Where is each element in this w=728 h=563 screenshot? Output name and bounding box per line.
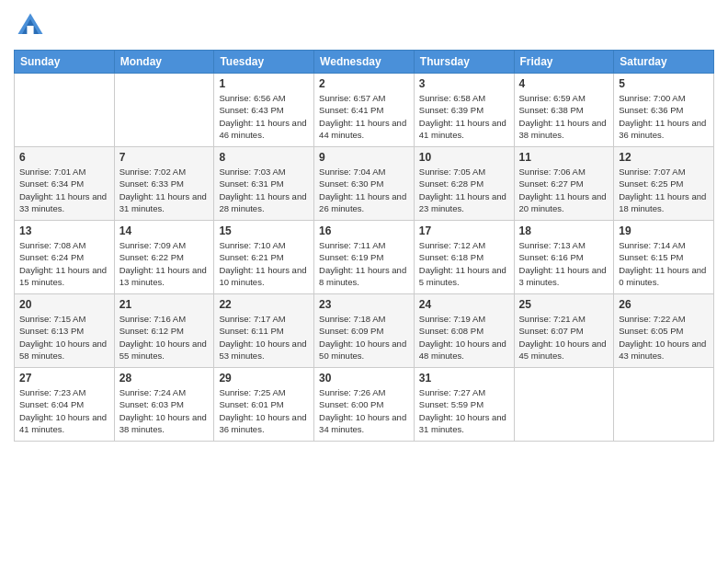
calendar-table: SundayMondayTuesdayWednesdayThursdayFrid… (14, 50, 714, 442)
calendar-cell: 5Sunrise: 7:00 AMSunset: 6:36 PMDaylight… (614, 74, 714, 147)
calendar-cell: 26Sunrise: 7:22 AMSunset: 6:05 PMDayligh… (614, 294, 714, 368)
day-number: 17 (419, 224, 509, 237)
day-info: Sunrise: 7:08 AMSunset: 6:24 PMDaylight:… (19, 239, 109, 288)
day-info: Sunrise: 7:18 AMSunset: 6:09 PMDaylight:… (319, 313, 409, 362)
day-number: 9 (319, 151, 409, 164)
header (14, 9, 714, 42)
calendar-cell: 30Sunrise: 7:26 AMSunset: 6:00 PMDayligh… (314, 368, 415, 442)
day-info: Sunrise: 7:16 AMSunset: 6:12 PMDaylight:… (119, 313, 210, 362)
day-info: Sunrise: 7:04 AMSunset: 6:30 PMDaylight:… (319, 166, 409, 214)
calendar-week-2: 6Sunrise: 7:01 AMSunset: 6:34 PMDaylight… (15, 147, 714, 221)
day-number: 22 (219, 298, 309, 311)
calendar-header-row: SundayMondayTuesdayWednesdayThursdayFrid… (15, 51, 714, 74)
day-number: 13 (19, 224, 109, 237)
day-number: 14 (119, 224, 210, 237)
day-number: 20 (19, 298, 109, 311)
day-header-tuesday: Tuesday (214, 51, 314, 74)
calendar-cell: 24Sunrise: 7:19 AMSunset: 6:08 PMDayligh… (414, 294, 514, 368)
day-number: 2 (319, 77, 409, 90)
logo (14, 9, 51, 42)
calendar-cell: 25Sunrise: 7:21 AMSunset: 6:07 PMDayligh… (514, 294, 614, 368)
calendar-cell: 12Sunrise: 7:07 AMSunset: 6:25 PMDayligh… (614, 147, 714, 221)
day-info: Sunrise: 7:21 AMSunset: 6:07 PMDaylight:… (519, 313, 609, 362)
day-info: Sunrise: 7:02 AMSunset: 6:33 PMDaylight:… (119, 166, 210, 214)
day-info: Sunrise: 7:23 AMSunset: 6:04 PMDaylight:… (19, 386, 109, 435)
day-number: 3 (419, 77, 509, 90)
calendar-cell: 4Sunrise: 6:59 AMSunset: 6:38 PMDaylight… (514, 74, 614, 147)
day-number: 8 (219, 151, 309, 164)
day-number: 7 (119, 151, 210, 164)
svg-rect-2 (27, 26, 33, 34)
day-info: Sunrise: 7:27 AMSunset: 5:59 PMDaylight:… (419, 386, 509, 435)
calendar-cell: 18Sunrise: 7:13 AMSunset: 6:16 PMDayligh… (514, 221, 614, 294)
calendar-cell: 9Sunrise: 7:04 AMSunset: 6:30 PMDaylight… (314, 147, 415, 221)
calendar-cell (514, 368, 614, 442)
day-number: 24 (419, 298, 509, 311)
day-info: Sunrise: 7:13 AMSunset: 6:16 PMDaylight:… (519, 239, 609, 288)
calendar-cell: 31Sunrise: 7:27 AMSunset: 5:59 PMDayligh… (414, 368, 514, 442)
day-header-thursday: Thursday (414, 51, 514, 74)
day-header-monday: Monday (114, 51, 214, 74)
day-header-wednesday: Wednesday (314, 51, 415, 74)
day-info: Sunrise: 7:19 AMSunset: 6:08 PMDaylight:… (419, 313, 509, 362)
day-header-sunday: Sunday (15, 51, 115, 74)
calendar-cell: 29Sunrise: 7:25 AMSunset: 6:01 PMDayligh… (214, 368, 314, 442)
calendar-cell: 23Sunrise: 7:18 AMSunset: 6:09 PMDayligh… (314, 294, 415, 368)
calendar-cell: 2Sunrise: 6:57 AMSunset: 6:41 PMDaylight… (314, 74, 415, 147)
calendar-cell: 27Sunrise: 7:23 AMSunset: 6:04 PMDayligh… (15, 368, 115, 442)
calendar-cell (614, 368, 714, 442)
day-number: 23 (319, 298, 409, 311)
day-info: Sunrise: 7:00 AMSunset: 6:36 PMDaylight:… (619, 92, 709, 141)
calendar-week-3: 13Sunrise: 7:08 AMSunset: 6:24 PMDayligh… (15, 221, 714, 294)
calendar-cell: 14Sunrise: 7:09 AMSunset: 6:22 PMDayligh… (114, 221, 214, 294)
day-number: 29 (219, 372, 309, 385)
calendar-cell: 7Sunrise: 7:02 AMSunset: 6:33 PMDaylight… (114, 147, 214, 221)
day-number: 16 (319, 224, 409, 237)
calendar-cell: 16Sunrise: 7:11 AMSunset: 6:19 PMDayligh… (314, 221, 415, 294)
logo-icon (14, 9, 47, 42)
day-info: Sunrise: 7:05 AMSunset: 6:28 PMDaylight:… (419, 166, 509, 214)
day-info: Sunrise: 7:22 AMSunset: 6:05 PMDaylight:… (619, 313, 709, 362)
day-info: Sunrise: 7:10 AMSunset: 6:21 PMDaylight:… (219, 239, 309, 288)
day-number: 6 (19, 151, 109, 164)
day-info: Sunrise: 7:15 AMSunset: 6:13 PMDaylight:… (19, 313, 109, 362)
calendar-cell: 22Sunrise: 7:17 AMSunset: 6:11 PMDayligh… (214, 294, 314, 368)
calendar-cell: 13Sunrise: 7:08 AMSunset: 6:24 PMDayligh… (15, 221, 115, 294)
day-info: Sunrise: 6:57 AMSunset: 6:41 PMDaylight:… (319, 92, 409, 141)
day-number: 28 (119, 372, 210, 385)
day-info: Sunrise: 7:07 AMSunset: 6:25 PMDaylight:… (619, 166, 709, 214)
day-number: 5 (619, 77, 709, 90)
calendar-cell: 3Sunrise: 6:58 AMSunset: 6:39 PMDaylight… (414, 74, 514, 147)
calendar-week-4: 20Sunrise: 7:15 AMSunset: 6:13 PMDayligh… (15, 294, 714, 368)
day-header-saturday: Saturday (614, 51, 714, 74)
day-info: Sunrise: 7:01 AMSunset: 6:34 PMDaylight:… (19, 166, 109, 214)
day-info: Sunrise: 7:26 AMSunset: 6:00 PMDaylight:… (319, 386, 409, 435)
calendar-cell: 19Sunrise: 7:14 AMSunset: 6:15 PMDayligh… (614, 221, 714, 294)
day-number: 18 (519, 224, 609, 237)
day-number: 19 (619, 224, 709, 237)
day-header-friday: Friday (514, 51, 614, 74)
day-number: 26 (619, 298, 709, 311)
calendar-cell: 15Sunrise: 7:10 AMSunset: 6:21 PMDayligh… (214, 221, 314, 294)
calendar-cell: 10Sunrise: 7:05 AMSunset: 6:28 PMDayligh… (414, 147, 514, 221)
day-number: 12 (619, 151, 709, 164)
day-info: Sunrise: 7:25 AMSunset: 6:01 PMDaylight:… (219, 386, 309, 435)
page: SundayMondayTuesdayWednesdayThursdayFrid… (0, 0, 728, 563)
calendar-cell: 28Sunrise: 7:24 AMSunset: 6:03 PMDayligh… (114, 368, 214, 442)
calendar-cell: 8Sunrise: 7:03 AMSunset: 6:31 PMDaylight… (214, 147, 314, 221)
calendar-cell (15, 74, 115, 147)
day-number: 1 (219, 77, 309, 90)
day-info: Sunrise: 7:11 AMSunset: 6:19 PMDaylight:… (319, 239, 409, 288)
calendar-cell (114, 74, 214, 147)
day-number: 31 (419, 372, 509, 385)
calendar-cell: 17Sunrise: 7:12 AMSunset: 6:18 PMDayligh… (414, 221, 514, 294)
day-info: Sunrise: 7:24 AMSunset: 6:03 PMDaylight:… (119, 386, 210, 435)
day-number: 11 (519, 151, 609, 164)
day-number: 15 (219, 224, 309, 237)
day-info: Sunrise: 6:56 AMSunset: 6:43 PMDaylight:… (219, 92, 309, 141)
day-number: 25 (519, 298, 609, 311)
calendar-cell: 20Sunrise: 7:15 AMSunset: 6:13 PMDayligh… (15, 294, 115, 368)
day-number: 21 (119, 298, 210, 311)
calendar-cell: 11Sunrise: 7:06 AMSunset: 6:27 PMDayligh… (514, 147, 614, 221)
day-number: 27 (19, 372, 109, 385)
